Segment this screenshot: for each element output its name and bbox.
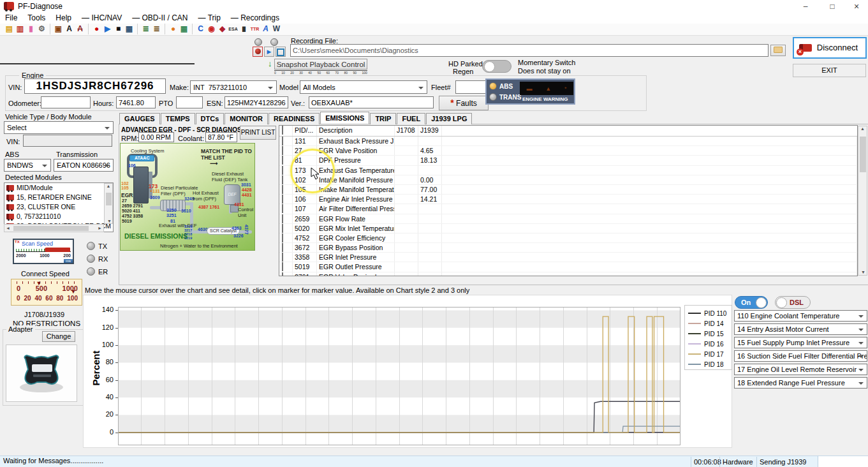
- disconnect-button[interactable]: × Disconnect: [793, 37, 867, 59]
- ver-input[interactable]: [309, 96, 434, 108]
- modules-hscroll-thumb[interactable]: [13, 226, 89, 231]
- tab-monitor[interactable]: MONITOR: [224, 113, 268, 124]
- module-list-item[interactable]: 23, CLUSTER ONE: [4, 202, 113, 212]
- table-row[interactable]: 102Intake Manifold Pressure0.00: [279, 175, 857, 185]
- chart-plot-area[interactable]: [118, 307, 680, 445]
- row-checkbox[interactable]: [282, 195, 283, 204]
- browse-folder-button[interactable]: [770, 45, 786, 56]
- table-row[interactable]: 105Intake Manifold Temperat...77.00: [279, 185, 857, 195]
- paccar-icon[interactable]: ●: [165, 24, 179, 34]
- model-combo[interactable]: All Models: [300, 80, 427, 94]
- international-icon[interactable]: ◆: [217, 24, 228, 34]
- vin-input[interactable]: [24, 78, 166, 94]
- row-checkbox[interactable]: [282, 253, 283, 262]
- coolant-input[interactable]: [205, 132, 237, 142]
- stop-icon[interactable]: ■: [113, 24, 124, 34]
- table-row[interactable]: 5019EGR Outlet Pressure: [279, 262, 857, 272]
- modules-hscrollbar[interactable]: ◄►: [4, 224, 104, 232]
- table-row[interactable]: 5020EGR Mix Inlet Temperature: [279, 224, 857, 234]
- row-checkbox[interactable]: [282, 146, 283, 155]
- tab-fuel[interactable]: FUEL: [397, 113, 425, 124]
- table-row[interactable]: 81DPF Pressure18.13: [279, 156, 857, 165]
- mack-icon[interactable]: ◉: [206, 24, 217, 34]
- make-combo[interactable]: INT 7573211010: [190, 80, 277, 94]
- capture-button[interactable]: [276, 47, 286, 57]
- play-button[interactable]: ▶: [264, 47, 274, 57]
- tab-emissions[interactable]: EMISSIONS: [320, 112, 369, 124]
- module-list-item[interactable]: MID/Module: [4, 183, 113, 193]
- snapshot-playback-button[interactable]: Snapshot Playback Control: [274, 59, 367, 70]
- module-list-item[interactable]: 15, RETARDER ENGINE: [4, 193, 113, 202]
- table-row[interactable]: 2659EGR Flow Rate: [279, 214, 857, 224]
- hours-input[interactable]: [116, 96, 156, 108]
- compare-icon[interactable]: ▥: [15, 24, 26, 34]
- row-checkbox[interactable]: [282, 262, 283, 271]
- row-checkbox[interactable]: [282, 272, 283, 276]
- recording-file-input[interactable]: [290, 44, 769, 57]
- modules-vscroll-thumb[interactable]: [106, 193, 112, 205]
- menu-item[interactable]: — Trip: [193, 13, 226, 23]
- row-checkbox[interactable]: [282, 243, 283, 252]
- dsl-toggle[interactable]: DSL: [775, 296, 811, 309]
- faults-button[interactable]: * Faults: [439, 96, 489, 110]
- row-checkbox[interactable]: [282, 156, 283, 165]
- row-checkbox[interactable]: [282, 185, 283, 194]
- modules-vscrollbar[interactable]: ▲▼: [104, 183, 113, 224]
- disable-decode-icon[interactable]: A: [75, 24, 85, 34]
- detroit-icon[interactable]: ▐▌: [239, 24, 249, 34]
- open-folder-icon[interactable]: ▤: [4, 24, 15, 34]
- menu-item[interactable]: Tools: [22, 13, 50, 23]
- pid-vscroll-thumb[interactable]: [860, 137, 866, 172]
- print-list-button[interactable]: PRINT LIST: [240, 126, 276, 140]
- tab-j1939-lpg[interactable]: J1939 LPG: [426, 113, 472, 124]
- row-checkbox[interactable]: [282, 214, 283, 223]
- pid-selector-dropdown[interactable]: 14 Entry Assist Motor Current: [734, 323, 867, 335]
- row-checkbox[interactable]: [282, 224, 283, 233]
- chart-on-toggle[interactable]: On: [735, 296, 768, 309]
- table-row[interactable]: 106Engine Air Inlet Pressure14.21: [279, 195, 857, 204]
- module-list-item[interactable]: 0, 7573211010: [4, 212, 113, 221]
- pto-input[interactable]: [176, 96, 203, 108]
- row-checkbox[interactable]: [282, 166, 283, 175]
- wabco-icon[interactable]: W: [271, 24, 282, 34]
- table-row[interactable]: 27EGR Valve Position4.65: [279, 146, 857, 156]
- table-row[interactable]: 107Air Filter Differential Press...: [279, 204, 857, 214]
- row-checkbox[interactable]: [282, 137, 283, 145]
- row-checkbox[interactable]: [282, 234, 283, 242]
- table-row[interactable]: 3672EGR Bypass Position: [279, 243, 857, 253]
- volvo-icon[interactable]: C: [192, 24, 206, 34]
- font-decode-icon[interactable]: A: [64, 24, 75, 34]
- record-icon[interactable]: ●: [88, 24, 102, 34]
- settings-gear-icon[interactable]: ⚙: [36, 24, 47, 34]
- pid-selector-dropdown[interactable]: 17 Engine Oil Level Remote Reservoir: [734, 364, 867, 375]
- pid-selector-dropdown[interactable]: 18 Extended Range Fuel Pressure: [734, 377, 867, 389]
- maximize-button[interactable]: □: [823, 0, 842, 13]
- menu-item[interactable]: — IHC/NAV: [77, 13, 127, 23]
- odometer-input[interactable]: [41, 96, 91, 108]
- truck-profile-icon[interactable]: ▣: [50, 24, 64, 34]
- adapter-change-button[interactable]: Change: [42, 331, 75, 342]
- bus-config-icon[interactable]: ▦: [179, 24, 189, 34]
- menu-item[interactable]: Help: [50, 13, 77, 23]
- modules-hscroll-left[interactable]: ◄: [6, 226, 10, 230]
- tab-gauges[interactable]: GAUGES: [119, 113, 160, 124]
- sidebar-vin-input[interactable]: [23, 135, 112, 147]
- minimize-button[interactable]: –: [796, 0, 815, 13]
- record-button[interactable]: [253, 47, 263, 57]
- pid-vscroll-down[interactable]: ▼: [861, 270, 865, 274]
- pid-selector-dropdown[interactable]: 110 Engine Coolant Temperature: [734, 310, 867, 322]
- row-checkbox[interactable]: [282, 175, 283, 184]
- pid-table-vscrollbar[interactable]: ▲▼: [858, 126, 867, 276]
- modules-vscroll-down[interactable]: ▼: [107, 219, 112, 223]
- transmission-combo[interactable]: EATON K086696: [54, 159, 114, 172]
- tab-temps[interactable]: TEMPS: [161, 113, 195, 124]
- table-row[interactable]: 173Exhaust Gas Temperature: [279, 166, 857, 175]
- table-row[interactable]: 4752EGR Cooler Efficiency: [279, 234, 857, 243]
- table-row[interactable]: 2791EGR Valve Desired: [279, 272, 857, 276]
- tab-dtcs[interactable]: DTCs: [196, 113, 224, 124]
- esa-icon[interactable]: ESA: [228, 24, 239, 34]
- esn-input[interactable]: [224, 96, 288, 108]
- rpm-input[interactable]: [138, 132, 174, 142]
- ecm-bus-icon[interactable]: ≣: [151, 24, 162, 34]
- pid-selector-dropdown[interactable]: 15 Fuel Supply Pump Inlet Pressure: [734, 337, 867, 348]
